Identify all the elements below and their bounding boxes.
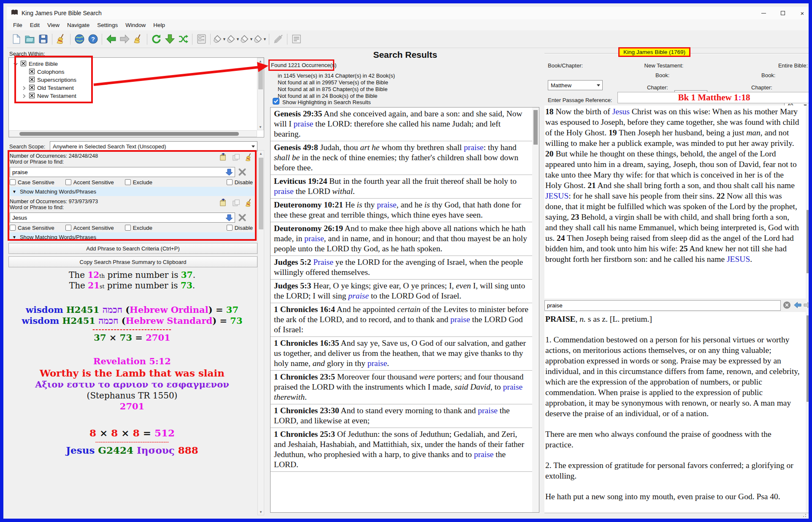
highlighter-2-icon[interactable]: ▼ [226, 32, 240, 46]
minimize-button[interactable] [754, 7, 773, 19]
add-phrase-button[interactable]: Add Phrase to Search Criteria (Ctrl+P) [8, 243, 257, 254]
search-within-tree[interactable]: Entire BibleColophonsSuperscriptionsOld … [8, 57, 264, 137]
book-dropdown[interactable]: Matthew [548, 80, 603, 90]
disable-checkbox[interactable] [227, 225, 233, 231]
clear-phrase-x-icon[interactable] [238, 167, 247, 177]
dictionary-pane[interactable]: PRAISE, n. s as z. [L. pretium.]1. Comme… [544, 312, 812, 513]
user-notes-pane[interactable]: The 12th prime number is 37.The 21st pri… [8, 270, 256, 514]
tree-expander-icon[interactable] [22, 94, 27, 99]
refresh-icon[interactable] [149, 32, 163, 46]
help-icon[interactable]: ? [86, 32, 100, 46]
open-file-icon[interactable] [23, 32, 36, 46]
save-icon[interactable] [36, 32, 50, 46]
menu-view[interactable]: View [43, 21, 63, 30]
shuffle-icon[interactable] [176, 32, 190, 46]
search-result-verse[interactable]: Leviticus 19:24 But in the fourth year a… [271, 175, 532, 199]
search-result-verse[interactable]: Deuteronomy 26:19 And to make thee high … [271, 222, 532, 256]
show-highlighting-checkbox[interactable] [273, 98, 279, 106]
exclude-checkbox[interactable] [125, 179, 131, 185]
phrase-input[interactable] [10, 213, 235, 223]
small-broom-icon[interactable] [131, 32, 145, 46]
close-button[interactable]: × [793, 7, 812, 19]
highlighter-4-icon[interactable]: ▼ [253, 32, 267, 46]
scripture-browser[interactable]: 18 Now the birth of Jesus Christ was on … [544, 105, 812, 299]
tree-horizontal-scrollbar[interactable] [9, 130, 257, 137]
search-result-verse[interactable]: Genesis 29:35 And she conceived again, a… [271, 108, 532, 141]
menu-window[interactable]: Window [122, 21, 149, 30]
matching-words-dropdown-icon[interactable] [225, 168, 233, 176]
clear-phrase-broom-icon[interactable] [245, 199, 254, 209]
highlighter-1-icon[interactable]: ▼ [213, 32, 226, 46]
maximize-button[interactable] [773, 7, 793, 19]
add-note-icon[interactable] [219, 153, 227, 164]
clear-phrase-broom-icon[interactable] [245, 153, 254, 164]
tree-item-colophons[interactable]: Colophons [22, 68, 65, 76]
tree-item-new-testament[interactable]: New Testament [22, 92, 76, 100]
details-view-icon[interactable] [195, 32, 208, 46]
dictionary-scrollbar[interactable] [806, 312, 812, 513]
duplicate-phrase-icon[interactable] [232, 199, 241, 209]
case-sensitive-checkbox[interactable] [10, 225, 16, 231]
search-result-verse[interactable]: 1 Chronicles 23:30 And to stand every mo… [271, 404, 532, 428]
clear-phrase-x-icon[interactable] [238, 213, 247, 222]
menu-file[interactable]: File [9, 21, 26, 30]
results-scrollbar[interactable] [532, 108, 539, 512]
matching-words-dropdown-icon[interactable] [225, 213, 233, 222]
tree-hscroll-thumb[interactable] [19, 132, 239, 136]
results-scroll-thumb[interactable] [533, 110, 538, 145]
search-result-verse[interactable]: Judges 5:3 Hear, O ye kings; give ear, O… [271, 280, 532, 303]
tree-item-entire-bible[interactable]: Entire Bible [13, 60, 58, 68]
highlighter-3-icon[interactable]: ▼ [240, 32, 253, 46]
search-result-verse[interactable]: Deuteronomy 10:21 He is thy praise, and … [271, 199, 532, 222]
history-back-icon[interactable] [793, 301, 802, 310]
clear-search-icon[interactable] [782, 301, 792, 310]
phrase-input[interactable] [10, 167, 235, 177]
globe-icon[interactable] [73, 32, 86, 46]
notes-view-icon[interactable] [290, 32, 303, 46]
left-pane-scrollbar[interactable]: ▲ ▼ [257, 150, 264, 515]
search-result-verse[interactable]: Judges 5:2 Praise ye the LORD for the av… [271, 256, 532, 280]
edit-disabled-icon[interactable] [271, 32, 285, 46]
search-result-verse[interactable]: 1 Chronicles 23:5 Moreover four thousand… [271, 371, 532, 404]
copy-search-summary-button[interactable]: Copy Search Phrase Summary to Clipboard [8, 256, 257, 267]
tree-checkbox-checked[interactable] [21, 61, 26, 67]
search-results-list[interactable]: Genesis 29:35 And she conceived again, a… [270, 107, 539, 513]
tree-vertical-scrollbar[interactable]: ▲ ▼ [257, 58, 264, 130]
left-pane-scroll-thumb[interactable] [259, 158, 263, 229]
scroll-up-icon[interactable]: ▲ [258, 151, 264, 156]
tree-checkbox-checked[interactable] [29, 69, 35, 75]
new-document-icon[interactable] [9, 32, 23, 46]
tree-checkbox-checked[interactable] [29, 93, 35, 100]
tree-expander-icon[interactable] [13, 62, 18, 67]
dictionary-search-input[interactable] [544, 300, 781, 311]
disable-checkbox[interactable] [227, 179, 233, 185]
nav-forward-icon[interactable] [118, 32, 131, 46]
menu-settings[interactable]: Settings [93, 21, 122, 30]
case-sensitive-checkbox[interactable] [10, 179, 16, 185]
tree-checkbox-checked[interactable] [29, 77, 35, 83]
menu-navigate[interactable]: Navigate [63, 21, 93, 30]
tree-checkbox-checked[interactable] [29, 85, 35, 91]
resize-grip[interactable] [800, 511, 806, 517]
tree-expander-icon[interactable] [22, 86, 27, 91]
search-result-verse[interactable]: 1 Chronicles 16:4 And he appointed certa… [271, 303, 532, 337]
scroll-down-icon[interactable]: ▼ [257, 124, 263, 130]
tree-item-superscriptions[interactable]: Superscriptions [22, 76, 76, 84]
nav-back-icon[interactable] [104, 32, 118, 46]
tree-item-old-testament[interactable]: Old Testament [22, 84, 74, 92]
history-forward-icon[interactable] [803, 301, 812, 310]
show-matching-toggle[interactable]: ▼Show Matching Words/Phrases [10, 232, 254, 242]
scroll-down-icon[interactable]: ▼ [258, 509, 264, 515]
scroll-up-icon[interactable]: ▲ [257, 58, 263, 64]
menu-help[interactable]: Help [149, 21, 169, 30]
show-matching-toggle[interactable]: ▼Show Matching Words/Phrases [10, 187, 254, 196]
accent-sensitive-checkbox[interactable] [65, 225, 71, 231]
accent-sensitive-checkbox[interactable] [65, 179, 71, 185]
tree-scroll-thumb[interactable] [258, 65, 263, 89]
search-result-verse[interactable]: 1 Chronicles 25:3 Of Jeduthun: the sons … [271, 428, 532, 472]
clean-broom-icon[interactable] [54, 32, 68, 46]
exclude-checkbox[interactable] [125, 225, 131, 231]
add-note-icon[interactable] [219, 199, 227, 209]
search-result-verse[interactable]: Genesis 49:8 Judah, thou art he whom thy… [271, 141, 532, 175]
download-arrow-icon[interactable] [163, 32, 176, 46]
